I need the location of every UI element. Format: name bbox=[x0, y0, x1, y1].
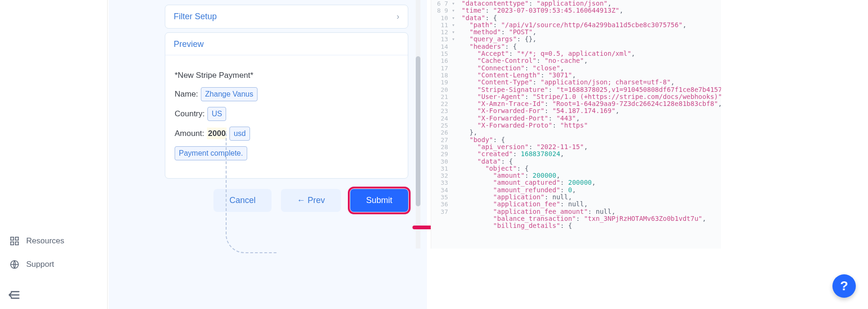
preview-heading: *New Stripe Payment* bbox=[175, 69, 253, 82]
sidebar: Resources Support bbox=[0, 0, 108, 309]
globe-icon bbox=[9, 259, 20, 270]
help-button[interactable]: ? bbox=[832, 274, 856, 298]
preview-country-label: Country: bbox=[175, 108, 205, 120]
preview-title: Preview bbox=[165, 33, 408, 55]
code-gutter: 6 7 8 9 10 11 12 13 14 15 16 17 18 19 20… bbox=[431, 0, 451, 215]
preview-body: *New Stripe Payment* Name: Zhange Vanus … bbox=[165, 55, 408, 178]
sidebar-item-resources[interactable]: Resources bbox=[0, 229, 107, 253]
preview-amount-label: Amount: bbox=[175, 128, 204, 140]
preview-status-tag[interactable]: Payment complete. bbox=[175, 146, 247, 160]
filter-setup-panel[interactable]: Filter Setup › bbox=[165, 5, 408, 29]
filter-setup-title: Filter Setup bbox=[174, 12, 217, 22]
svg-rect-2 bbox=[11, 242, 14, 245]
sidebar-item-label: Support bbox=[26, 260, 54, 269]
preview-panel: Preview *New Stripe Payment* Name: Zhang… bbox=[165, 32, 408, 179]
cancel-button[interactable]: Cancel bbox=[213, 189, 272, 212]
main-panel: Filter Setup › Preview *New Stripe Payme… bbox=[109, 0, 427, 309]
code-body[interactable]: "datacontenttype": "application/json", "… bbox=[454, 0, 721, 230]
svg-rect-1 bbox=[15, 237, 18, 240]
chevron-right-icon: › bbox=[397, 12, 399, 22]
submit-button[interactable]: Submit bbox=[350, 189, 408, 212]
action-buttons: Cancel Prev Submit bbox=[165, 189, 408, 212]
sidebar-item-label: Resources bbox=[26, 236, 64, 246]
resources-icon bbox=[9, 236, 20, 246]
code-panel: 6 7 8 9 10 11 12 13 14 15 16 17 18 19 20… bbox=[431, 0, 721, 249]
preview-country-tag[interactable]: US bbox=[207, 107, 226, 121]
preview-name-label: Name: bbox=[175, 88, 198, 100]
preview-amount-value: 2000 bbox=[207, 128, 227, 140]
prev-button[interactable]: Prev bbox=[281, 189, 341, 212]
svg-rect-0 bbox=[11, 237, 14, 240]
collapse-icon bbox=[7, 288, 21, 301]
sidebar-collapse-button[interactable] bbox=[7, 288, 21, 301]
question-icon: ? bbox=[840, 279, 848, 294]
sidebar-item-support[interactable]: Support bbox=[0, 253, 107, 276]
preview-currency-tag[interactable]: usd bbox=[229, 127, 250, 141]
main-scrollbar[interactable] bbox=[416, 0, 420, 249]
preview-name-tag[interactable]: Zhange Vanus bbox=[201, 87, 257, 101]
scrollbar-thumb[interactable] bbox=[416, 56, 420, 206]
svg-rect-3 bbox=[15, 242, 18, 245]
